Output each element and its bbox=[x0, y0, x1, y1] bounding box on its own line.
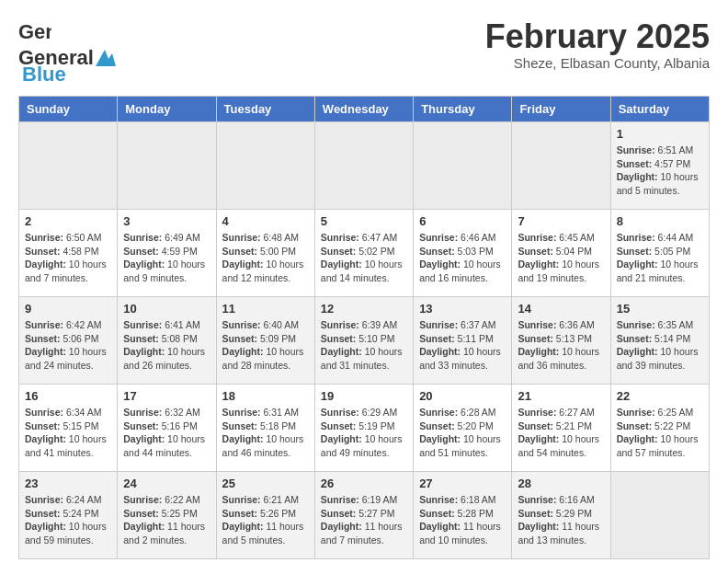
calendar-day-cell: 17Sunrise: 6:32 AMSunset: 5:16 PMDayligh… bbox=[118, 385, 216, 472]
calendar-day-cell: 16Sunrise: 6:34 AMSunset: 5:15 PMDayligh… bbox=[19, 385, 118, 472]
day-number: 1 bbox=[617, 127, 703, 141]
day-number: 25 bbox=[222, 477, 309, 490]
day-header-wednesday: Wednesday bbox=[314, 97, 413, 122]
calendar-day-cell: 12Sunrise: 6:39 AMSunset: 5:10 PMDayligh… bbox=[314, 297, 413, 385]
day-number: 19 bbox=[321, 389, 407, 403]
day-info: Sunrise: 6:29 AMSunset: 5:19 PMDaylight:… bbox=[321, 406, 407, 460]
day-number: 14 bbox=[518, 302, 604, 316]
day-header-sunday: Sunday bbox=[19, 97, 118, 122]
logo-bird-icon bbox=[96, 50, 116, 66]
calendar-day-cell bbox=[118, 122, 216, 210]
day-info: Sunrise: 6:40 AMSunset: 5:09 PMDaylight:… bbox=[222, 318, 309, 373]
day-info: Sunrise: 6:51 AMSunset: 4:57 PMDaylight:… bbox=[617, 144, 703, 198]
calendar-day-cell: 19Sunrise: 6:29 AMSunset: 5:19 PMDayligh… bbox=[314, 385, 413, 472]
day-header-monday: Monday bbox=[118, 97, 216, 122]
day-number: 20 bbox=[419, 389, 506, 403]
calendar-day-cell bbox=[314, 122, 413, 210]
calendar-day-cell: 25Sunrise: 6:21 AMSunset: 5:26 PMDayligh… bbox=[216, 472, 314, 559]
day-info: Sunrise: 6:39 AMSunset: 5:10 PMDaylight:… bbox=[321, 318, 407, 373]
day-info: Sunrise: 6:47 AMSunset: 5:02 PMDaylight:… bbox=[321, 231, 407, 285]
calendar-day-cell bbox=[512, 122, 610, 210]
day-number: 7 bbox=[518, 214, 604, 228]
calendar-day-cell: 23Sunrise: 6:24 AMSunset: 5:24 PMDayligh… bbox=[19, 472, 118, 559]
day-info: Sunrise: 6:34 AMSunset: 5:15 PMDaylight:… bbox=[25, 406, 111, 460]
svg-marker-1 bbox=[96, 50, 116, 66]
title-block: February 2025 Sheze, Elbasan County, Alb… bbox=[485, 18, 710, 71]
calendar-week-row: 23Sunrise: 6:24 AMSunset: 5:24 PMDayligh… bbox=[19, 472, 710, 559]
day-info: Sunrise: 6:24 AMSunset: 5:24 PMDaylight:… bbox=[25, 493, 111, 547]
calendar-day-cell: 14Sunrise: 6:36 AMSunset: 5:13 PMDayligh… bbox=[512, 297, 610, 385]
logo-blue: Blue bbox=[18, 63, 66, 86]
calendar-week-row: 2Sunrise: 6:50 AMSunset: 4:58 PMDaylight… bbox=[19, 210, 710, 297]
calendar-day-cell: 26Sunrise: 6:19 AMSunset: 5:27 PMDayligh… bbox=[314, 472, 413, 559]
calendar-day-cell: 22Sunrise: 6:25 AMSunset: 5:22 PMDayligh… bbox=[610, 385, 709, 472]
calendar-day-cell: 8Sunrise: 6:44 AMSunset: 5:05 PMDaylight… bbox=[610, 210, 709, 297]
day-info: Sunrise: 6:32 AMSunset: 5:16 PMDaylight:… bbox=[123, 406, 210, 460]
day-info: Sunrise: 6:41 AMSunset: 5:08 PMDaylight:… bbox=[123, 318, 210, 373]
day-info: Sunrise: 6:27 AMSunset: 5:21 PMDaylight:… bbox=[518, 406, 604, 460]
day-number: 12 bbox=[321, 302, 407, 316]
calendar-day-cell bbox=[414, 122, 512, 210]
calendar-week-row: 16Sunrise: 6:34 AMSunset: 5:15 PMDayligh… bbox=[19, 385, 710, 472]
day-info: Sunrise: 6:50 AMSunset: 4:58 PMDaylight:… bbox=[25, 231, 111, 285]
day-number: 15 bbox=[617, 302, 703, 316]
day-number: 3 bbox=[123, 214, 210, 228]
day-number: 26 bbox=[321, 477, 407, 490]
calendar-day-cell: 6Sunrise: 6:46 AMSunset: 5:03 PMDaylight… bbox=[414, 210, 512, 297]
calendar-day-cell: 11Sunrise: 6:40 AMSunset: 5:09 PMDayligh… bbox=[216, 297, 314, 385]
calendar-week-row: 9Sunrise: 6:42 AMSunset: 5:06 PMDaylight… bbox=[19, 297, 710, 385]
calendar-day-cell: 24Sunrise: 6:22 AMSunset: 5:25 PMDayligh… bbox=[118, 472, 216, 559]
day-info: Sunrise: 6:21 AMSunset: 5:26 PMDaylight:… bbox=[222, 493, 309, 547]
day-header-friday: Friday bbox=[512, 97, 610, 122]
location-subtitle: Sheze, Elbasan County, Albania bbox=[485, 55, 710, 71]
day-info: Sunrise: 6:35 AMSunset: 5:14 PMDaylight:… bbox=[617, 318, 703, 373]
calendar-day-cell: 28Sunrise: 6:16 AMSunset: 5:29 PMDayligh… bbox=[512, 472, 610, 559]
day-number: 17 bbox=[123, 389, 210, 403]
day-info: Sunrise: 6:19 AMSunset: 5:27 PMDaylight:… bbox=[321, 493, 407, 547]
day-number: 21 bbox=[518, 389, 604, 403]
calendar-day-cell: 21Sunrise: 6:27 AMSunset: 5:21 PMDayligh… bbox=[512, 385, 610, 472]
day-number: 18 bbox=[222, 389, 309, 403]
day-number: 8 bbox=[617, 214, 703, 228]
calendar-week-row: 1Sunrise: 6:51 AMSunset: 4:57 PMDaylight… bbox=[19, 122, 710, 210]
day-info: Sunrise: 6:46 AMSunset: 5:03 PMDaylight:… bbox=[419, 231, 506, 285]
day-number: 4 bbox=[222, 214, 309, 228]
calendar-table: SundayMondayTuesdayWednesdayThursdayFrid… bbox=[18, 96, 710, 559]
day-number: 16 bbox=[25, 389, 111, 403]
logo: General General Blue bbox=[18, 18, 116, 86]
day-number: 13 bbox=[419, 302, 506, 316]
calendar-day-cell bbox=[19, 122, 118, 210]
logo-icon: General bbox=[18, 18, 51, 46]
day-number: 6 bbox=[419, 214, 506, 228]
calendar-header-row: SundayMondayTuesdayWednesdayThursdayFrid… bbox=[19, 97, 710, 122]
day-number: 9 bbox=[25, 302, 111, 316]
day-info: Sunrise: 6:45 AMSunset: 5:04 PMDaylight:… bbox=[518, 231, 604, 285]
calendar-day-cell: 1Sunrise: 6:51 AMSunset: 4:57 PMDaylight… bbox=[610, 122, 709, 210]
day-number: 5 bbox=[321, 214, 407, 228]
day-info: Sunrise: 6:42 AMSunset: 5:06 PMDaylight:… bbox=[25, 318, 111, 373]
day-info: Sunrise: 6:36 AMSunset: 5:13 PMDaylight:… bbox=[518, 318, 604, 373]
calendar-day-cell: 4Sunrise: 6:48 AMSunset: 5:00 PMDaylight… bbox=[216, 210, 314, 297]
day-number: 27 bbox=[419, 477, 506, 490]
calendar-day-cell bbox=[610, 472, 709, 559]
day-header-thursday: Thursday bbox=[414, 97, 512, 122]
day-info: Sunrise: 6:31 AMSunset: 5:18 PMDaylight:… bbox=[222, 406, 309, 460]
calendar-day-cell: 20Sunrise: 6:28 AMSunset: 5:20 PMDayligh… bbox=[414, 385, 512, 472]
day-number: 24 bbox=[123, 477, 210, 490]
page-header: General General Blue February 2025 Sheze… bbox=[18, 18, 710, 86]
calendar-day-cell: 5Sunrise: 6:47 AMSunset: 5:02 PMDaylight… bbox=[314, 210, 413, 297]
day-info: Sunrise: 6:16 AMSunset: 5:29 PMDaylight:… bbox=[518, 493, 604, 547]
day-number: 11 bbox=[222, 302, 309, 316]
day-info: Sunrise: 6:37 AMSunset: 5:11 PMDaylight:… bbox=[419, 318, 506, 373]
calendar-day-cell: 7Sunrise: 6:45 AMSunset: 5:04 PMDaylight… bbox=[512, 210, 610, 297]
calendar-day-cell bbox=[216, 122, 314, 210]
day-info: Sunrise: 6:48 AMSunset: 5:00 PMDaylight:… bbox=[222, 231, 309, 285]
day-header-tuesday: Tuesday bbox=[216, 97, 314, 122]
calendar-day-cell: 13Sunrise: 6:37 AMSunset: 5:11 PMDayligh… bbox=[414, 297, 512, 385]
day-number: 10 bbox=[123, 302, 210, 316]
svg-text:General: General bbox=[18, 20, 51, 43]
day-info: Sunrise: 6:44 AMSunset: 5:05 PMDaylight:… bbox=[617, 231, 703, 285]
day-number: 28 bbox=[518, 477, 604, 490]
day-info: Sunrise: 6:22 AMSunset: 5:25 PMDaylight:… bbox=[123, 493, 210, 547]
calendar-day-cell: 2Sunrise: 6:50 AMSunset: 4:58 PMDaylight… bbox=[19, 210, 118, 297]
